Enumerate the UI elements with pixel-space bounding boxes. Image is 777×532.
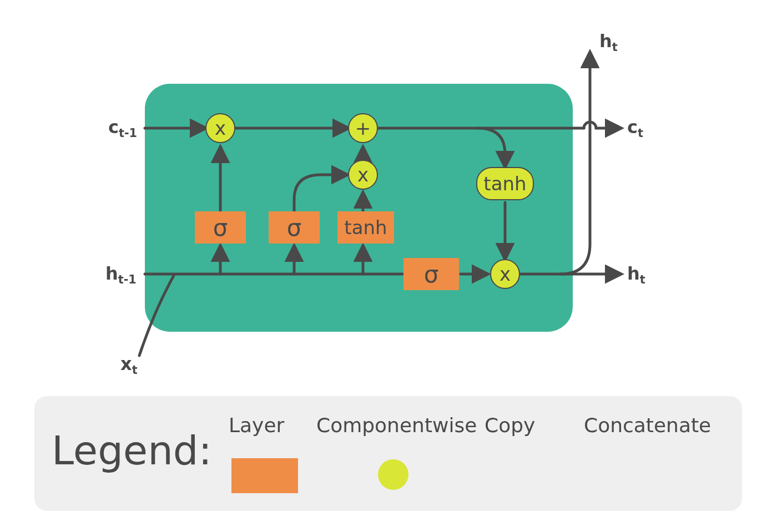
diagram-canvas: x + x x tanh σ σ tanh σ ct-1 ht-1 xt ct … bbox=[0, 0, 777, 532]
label-h-t-top-sub: t bbox=[612, 40, 618, 54]
legend-swatch-op bbox=[378, 459, 408, 490]
label-x-t-sub: t bbox=[132, 363, 138, 377]
legend-label-layer: Layer bbox=[229, 414, 284, 437]
label-h-t-top: ht bbox=[599, 31, 618, 54]
sigma-label: σ bbox=[213, 214, 228, 241]
legend-label-componentwise: Componentwise bbox=[316, 414, 477, 437]
label-h-t-main: h bbox=[627, 263, 640, 284]
candidate-tanh: tanh bbox=[337, 211, 394, 244]
label-c-prev-main: c bbox=[108, 116, 119, 138]
label-h-prev: ht-1 bbox=[105, 263, 137, 286]
op-label: x bbox=[500, 263, 511, 285]
op-label: + bbox=[355, 117, 371, 139]
sigma-label: σ bbox=[287, 214, 302, 241]
op-label: x bbox=[215, 117, 226, 139]
label-x-t: xt bbox=[120, 353, 138, 377]
op-multiply-input: x bbox=[348, 160, 378, 190]
input-gate-sigma: σ bbox=[269, 211, 320, 244]
label-x-t-main: x bbox=[120, 353, 132, 374]
output-gate-sigma: σ bbox=[403, 258, 459, 290]
op-multiply-output: x bbox=[490, 259, 520, 289]
op-label: x bbox=[357, 164, 369, 186]
legend-label-copy: Copy bbox=[485, 414, 535, 437]
label-c-t-sub: t bbox=[638, 126, 643, 140]
cell-tanh: tanh bbox=[476, 167, 534, 200]
label-c-prev-sub: t-1 bbox=[119, 126, 137, 140]
op-plus-cell: + bbox=[348, 113, 378, 143]
tanh-label: tanh bbox=[483, 173, 526, 195]
legend-title: Legend: bbox=[52, 427, 212, 474]
label-c-prev: ct-1 bbox=[108, 116, 137, 140]
legend-label-concatenate: Concatenate bbox=[584, 414, 711, 437]
label-h-t-top-main: h bbox=[599, 31, 612, 52]
label-h-t-sub: t bbox=[640, 273, 645, 286]
label-h-prev-sub: t-1 bbox=[118, 273, 137, 286]
sigma-label: σ bbox=[424, 261, 439, 288]
label-c-t-main: c bbox=[627, 116, 638, 138]
label-h-t: ht bbox=[627, 263, 645, 286]
op-multiply-forget: x bbox=[205, 113, 235, 143]
label-h-prev-main: h bbox=[105, 263, 118, 284]
label-c-t: ct bbox=[627, 116, 643, 140]
legend-swatch-layer bbox=[231, 458, 298, 493]
tanh-label: tanh bbox=[344, 216, 387, 239]
forget-gate-sigma: σ bbox=[195, 211, 246, 244]
